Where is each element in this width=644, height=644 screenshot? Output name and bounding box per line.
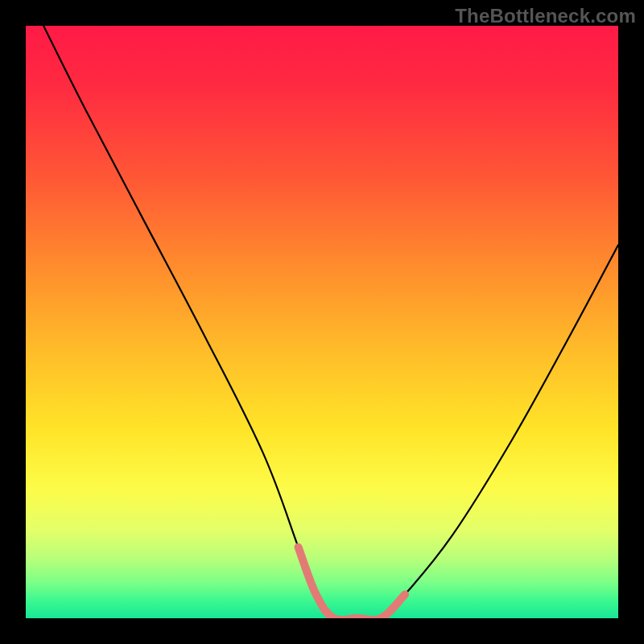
chart-svg: [26, 26, 618, 618]
chart-frame: TheBottleneck.com: [0, 0, 644, 644]
watermark-text: TheBottleneck.com: [455, 5, 636, 27]
chart-plot-area: [26, 26, 618, 618]
bottleneck-curve: [43, 26, 618, 618]
trough-highlight: [299, 547, 405, 618]
